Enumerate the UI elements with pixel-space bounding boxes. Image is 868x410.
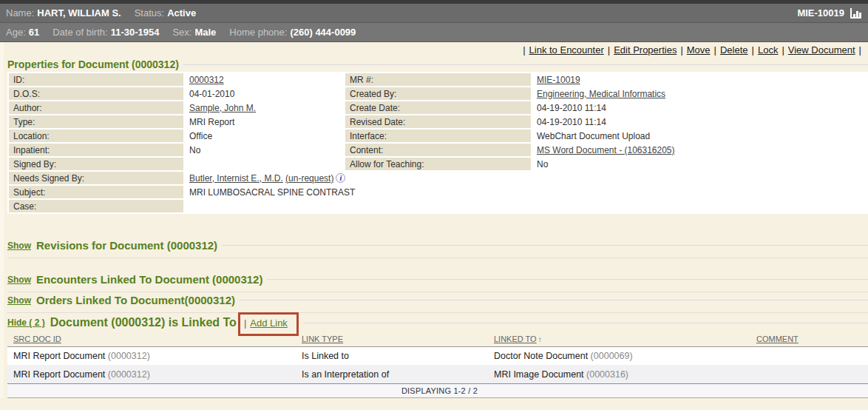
needs-signed-by-link[interactable]: Butler, Internist E., M.D. [189, 173, 283, 184]
property-label: D.O.S: [9, 87, 183, 100]
action-move[interactable]: Move [687, 44, 711, 56]
property-value: Engineering, Medical Informatics [532, 87, 867, 100]
separator: | [752, 44, 754, 56]
property-value-link[interactable]: Sample, John M. [189, 103, 256, 113]
property-label: Create Date: [345, 101, 531, 114]
properties-title: Properties for Document (0000312) [7, 58, 179, 70]
age-value: 61 [29, 27, 39, 38]
status-label: Status: [135, 7, 164, 19]
heading-rule [240, 300, 868, 300]
section-revisions: Show Revisions for Document (0000312) [7, 239, 868, 252]
name-label: Name: [6, 7, 34, 19]
property-value-link[interactable]: MIE-10019 [537, 75, 580, 85]
revisions-title: Revisions for Document (0000312) [36, 239, 217, 252]
heading-rule [222, 245, 868, 246]
phone-label: Home phone: [229, 27, 287, 38]
property-label: Allow for Teaching: [345, 158, 531, 170]
property-label: Needs Signed By: [9, 172, 183, 184]
document-id: (0000312) [108, 351, 150, 361]
action-edit-properties[interactable]: Edit Properties [614, 44, 677, 56]
linked-document-row: MRI Report Document (0000312)Is an Inter… [7, 365, 868, 383]
property-value: No [532, 158, 867, 170]
action-delete[interactable]: Delete [720, 44, 748, 56]
sort-comment[interactable]: COMMENT [756, 335, 799, 343]
src-doc-cell: MRI Report Document (0000312) [7, 346, 296, 365]
sex-label: Sex: [172, 27, 191, 38]
patient-status: Active [167, 7, 196, 19]
property-value-link[interactable]: Engineering, Medical Informatics [537, 89, 665, 99]
sort-linked-to[interactable]: LINKED TO [494, 335, 537, 343]
properties-table: ID:0000312MR #:MIE-10019D.O.S:04-01-2010… [7, 72, 868, 214]
action-view-document[interactable]: View Document [788, 44, 855, 56]
property-value-link[interactable]: 0000312 [189, 75, 224, 85]
show-encounters-toggle[interactable]: Show [7, 275, 31, 285]
column-header-linked-to: LINKED TO↑ [488, 334, 750, 346]
property-value: MS Word Document - (106316205) [532, 144, 867, 156]
property-label: MR #: [345, 73, 531, 86]
src-doc-cell: MRI Report Document (0000312) [7, 365, 296, 383]
property-value: MRI LUMBOSACRAL SPINE CONTRAST [185, 186, 867, 198]
comment-cell [750, 365, 868, 383]
action-lock[interactable]: Lock [758, 44, 778, 56]
comment-cell [750, 346, 868, 365]
dob-value: 11-30-1954 [111, 27, 160, 38]
document-action-links: |Link to Encounter|Edit Properties|Move|… [7, 42, 868, 58]
property-value: MRI Report [185, 115, 344, 128]
property-value: WebChart Document Upload [532, 130, 867, 142]
show-revisions-toggle[interactable]: Show [7, 241, 31, 251]
sort-link-type[interactable]: LINK TYPE [302, 335, 343, 343]
properties-row: Type:MRI ReportRevised Date:04-19-2010 1… [9, 115, 867, 128]
properties-row: Case: [9, 200, 867, 212]
info-icon[interactable]: i [336, 173, 345, 183]
un-request-link[interactable]: (un-request) [285, 173, 333, 184]
encounters-collapsed-body [7, 292, 868, 292]
phone-value: (260) 444-0099 [290, 27, 356, 38]
column-header-link-type: LINK TYPE [296, 334, 488, 346]
document-id: (0000312) [108, 369, 150, 380]
section-encounters: Show Encounters Linked To Document (0000… [7, 273, 868, 286]
add-link-highlight-box: | Add Link [238, 312, 299, 336]
property-label: ID: [9, 73, 183, 86]
document-id: (0000069) [591, 351, 633, 361]
properties-row: ID:0000312MR #:MIE-10019 [9, 73, 867, 86]
properties-row: Needs Signed By:Butler, Internist E., M.… [9, 172, 867, 184]
property-label: Author: [9, 101, 183, 114]
encounters-title: Encounters Linked To Document (0000312) [36, 273, 262, 286]
patient-name: HART, WILLIAM S. [37, 7, 121, 19]
separator: | [859, 44, 861, 56]
property-value: 04-01-2010 [185, 87, 344, 100]
property-label: Subject: [9, 186, 183, 198]
property-value [185, 200, 867, 212]
property-value: No [185, 144, 344, 156]
property-value: 0000312 [185, 73, 344, 86]
property-value-link[interactable]: MS Word Document - (106316205) [537, 145, 675, 155]
action-link-to-encounter[interactable]: Link to Encounter [529, 44, 604, 56]
sort-arrow-icon: ↑ [538, 335, 542, 343]
property-label: Interface: [345, 130, 531, 142]
linked-documents-table-container: SRC DOC IDLINK TYPELINKED TO↑COMMENT MRI… [7, 334, 868, 398]
separator: | [714, 44, 716, 56]
property-label: Signed By: [9, 158, 183, 170]
property-value: Sample, John M. [185, 101, 344, 114]
linked-title: Document (0000312) is Linked To [50, 316, 237, 329]
hide-linked-toggle[interactable]: Hide ( 2 ) [7, 317, 45, 328]
property-value [185, 158, 344, 170]
sort-src-doc-id[interactable]: SRC DOC ID [13, 335, 61, 343]
linked-document-row: MRI Report Document (0000312)Is Linked t… [7, 346, 868, 365]
main-content: |Link to Encounter|Edit Properties|Move|… [0, 42, 868, 398]
show-orders-toggle[interactable]: Show [7, 295, 31, 306]
bar-chart-icon[interactable] [850, 8, 862, 19]
property-value: MIE-10019 [532, 73, 867, 86]
add-link[interactable]: Add Link [250, 317, 288, 329]
dob-label: Date of birth: [52, 27, 107, 38]
separator: | [523, 44, 525, 56]
sex-value: Male [194, 27, 216, 38]
section-orders: Show Orders Linked To Document(0000312) [7, 294, 868, 306]
separator: | [608, 44, 610, 56]
age-label: Age: [6, 27, 26, 38]
patient-banner: Name: HART, WILLIAM S. Status: Active MI… [0, 0, 868, 42]
property-value: 04-19-2010 11:14 [532, 115, 867, 128]
properties-row: Signed By:Allow for Teaching:No [9, 158, 867, 170]
properties-row: Subject:MRI LUMBOSACRAL SPINE CONTRAST [9, 186, 867, 198]
linked-to-cell: Doctor Note Document (0000069) [488, 346, 750, 365]
